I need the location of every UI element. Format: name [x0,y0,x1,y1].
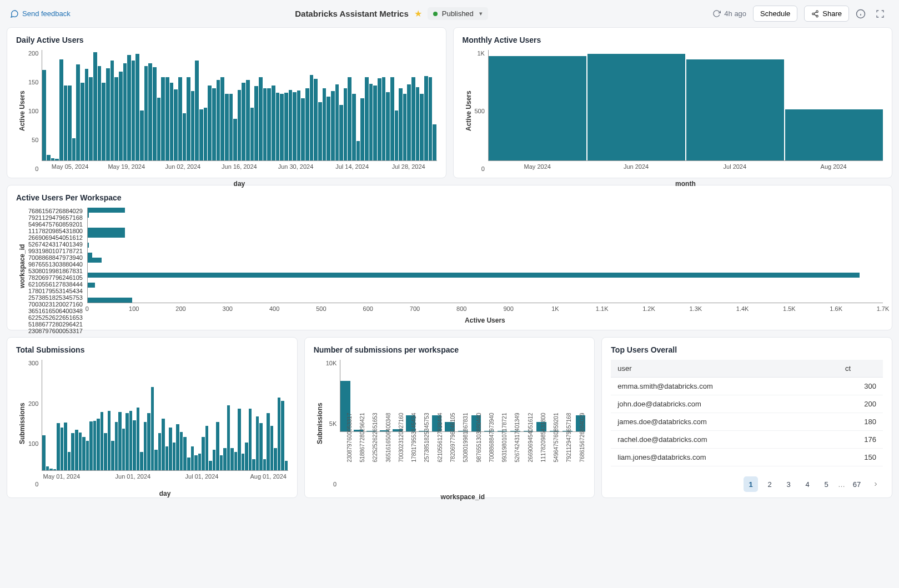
bar[interactable] [147,413,150,470]
bar[interactable] [89,421,93,470]
bar[interactable] [76,64,80,160]
bar[interactable] [416,87,420,160]
bar[interactable] [125,413,129,470]
bar[interactable] [198,454,202,470]
bar[interactable] [55,159,59,160]
bar[interactable] [144,66,148,160]
bar[interactable] [238,409,241,470]
bar[interactable] [111,61,114,160]
bar[interactable] [403,94,407,160]
bar[interactable] [399,88,403,160]
bar[interactable] [278,398,281,470]
bar[interactable] [140,110,144,160]
page-1[interactable]: 1 [744,476,758,492]
bar[interactable] [195,61,199,160]
bar[interactable] [191,91,195,160]
bar[interactable] [213,450,216,470]
bar[interactable] [47,155,51,160]
bar[interactable] [119,72,123,160]
bar[interactable] [89,77,93,160]
last-refreshed[interactable]: 4h ago [712,9,746,18]
bar[interactable] [202,437,205,470]
bar[interactable] [183,437,187,470]
col-user[interactable]: user [611,360,838,378]
bar[interactable] [230,448,234,470]
bar[interactable] [53,469,57,470]
bar[interactable] [489,56,586,160]
bar[interactable] [429,77,433,160]
table-row[interactable]: james.doe@databricks.com180 [611,413,883,431]
bar[interactable] [254,86,258,160]
bar[interactable] [234,452,238,470]
bar[interactable] [137,408,140,470]
hbar[interactable] [88,208,125,213]
hbar[interactable] [88,283,95,288]
bar[interactable] [158,433,162,470]
bar[interactable] [263,459,267,470]
bar[interactable] [165,77,169,160]
bar[interactable] [174,89,178,160]
bar[interactable] [281,401,284,470]
bar[interactable] [208,86,212,160]
bar[interactable] [133,420,136,470]
page-67[interactable]: 67 [850,476,864,492]
bar[interactable] [395,110,399,160]
bar[interactable] [356,141,360,160]
page-next[interactable] [868,476,883,492]
bar[interactable] [183,113,187,160]
page-4[interactable]: 4 [800,476,815,492]
bar[interactable] [144,422,147,470]
bar[interactable] [129,411,133,470]
bar[interactable] [373,86,377,160]
bar[interactable] [233,119,237,160]
bar[interactable] [209,461,212,470]
bar[interactable] [187,77,190,160]
bar[interactable] [386,92,390,160]
bar[interactable] [122,429,125,470]
bar[interactable] [82,437,86,470]
bar[interactable] [280,94,284,160]
bar[interactable] [199,109,203,160]
bar[interactable] [314,79,318,160]
bar[interactable] [205,426,209,470]
bar[interactable] [270,426,274,470]
bar[interactable] [194,455,198,470]
star-icon[interactable]: ★ [414,8,422,19]
bar[interactable] [242,83,245,160]
bar[interactable] [587,54,685,160]
bar[interactable] [123,63,127,160]
bar[interactable] [101,412,104,470]
bar[interactable] [85,69,89,160]
bar[interactable] [293,92,297,160]
bar[interactable] [411,77,415,160]
bar[interactable] [267,413,270,470]
bar[interactable] [335,84,339,160]
bar[interactable] [245,443,248,470]
bar[interactable] [276,93,280,160]
bar[interactable] [111,441,114,470]
bar[interactable] [61,428,64,470]
bar[interactable] [390,77,394,160]
bar[interactable] [104,433,107,470]
bar[interactable] [42,435,46,470]
col-ct[interactable]: ct [838,360,883,378]
bar[interactable] [187,458,190,470]
hbar[interactable] [88,213,89,218]
bar[interactable] [68,86,72,160]
bar[interactable] [378,78,381,160]
bar[interactable] [263,88,267,160]
bar[interactable] [420,94,424,160]
bar[interactable] [114,77,118,160]
share-button[interactable]: Share [804,6,849,22]
bar[interactable] [318,102,322,160]
bar[interactable] [165,446,169,470]
bar[interactable] [220,455,223,470]
bar[interactable] [250,108,254,160]
bar[interactable] [227,405,230,470]
bar[interactable] [102,83,106,160]
bar[interactable] [106,68,110,160]
bar[interactable] [301,98,305,160]
bar[interactable] [686,59,784,160]
bar[interactable] [162,419,165,470]
bar[interactable] [97,419,100,470]
